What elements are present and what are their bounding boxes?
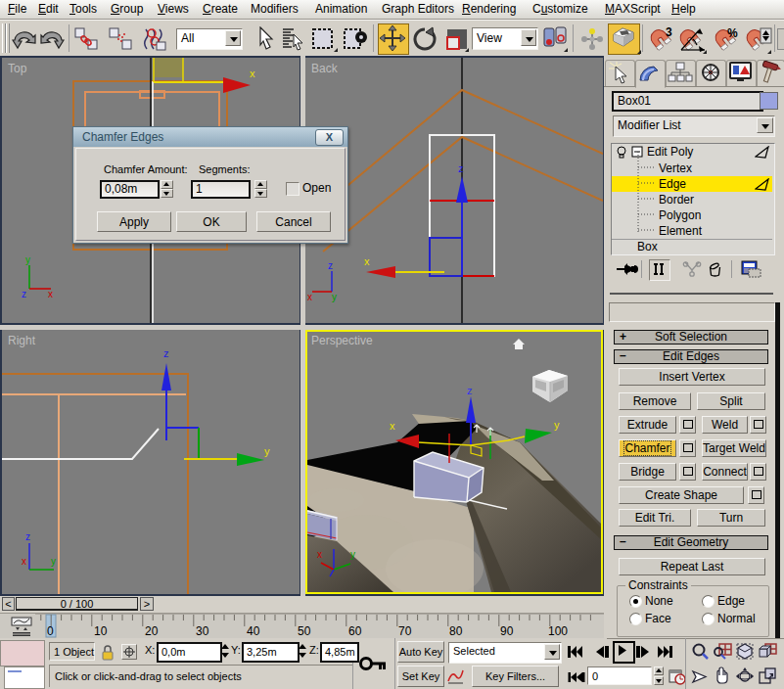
svg-text:z: z (22, 289, 26, 299)
svg-text:100: 100 (548, 624, 568, 638)
svg-text:z: z (163, 347, 169, 359)
svg-text:50: 50 (298, 624, 311, 638)
svg-text:y: y (554, 419, 560, 431)
svg-text:x: x (48, 289, 53, 299)
svg-text:70: 70 (398, 624, 412, 638)
svg-text:10: 10 (94, 624, 108, 638)
svg-text:40: 40 (247, 624, 260, 638)
svg-text:x: x (390, 420, 395, 432)
svg-text:x: x (364, 255, 370, 267)
svg-text:0: 0 (47, 624, 54, 638)
svg-text:80: 80 (449, 624, 463, 638)
svg-text:20: 20 (145, 624, 159, 638)
svg-text:y: y (51, 556, 56, 567)
svg-text:y: y (350, 549, 355, 560)
svg-text:x: x (317, 549, 322, 560)
svg-text:90: 90 (500, 624, 514, 638)
svg-text:z: z (458, 162, 464, 174)
svg-text:z: z (25, 531, 30, 542)
svg-text:y: y (264, 445, 270, 457)
svg-text:x: x (22, 556, 26, 567)
svg-text:z: z (328, 260, 333, 271)
svg-text:y: y (332, 292, 337, 302)
svg-text:30: 30 (196, 624, 209, 638)
svg-text:y: y (25, 254, 30, 265)
svg-text:x: x (250, 68, 255, 79)
svg-text:z: z (467, 385, 473, 396)
svg-text:x: x (307, 292, 312, 302)
svg-text:60: 60 (348, 624, 362, 638)
